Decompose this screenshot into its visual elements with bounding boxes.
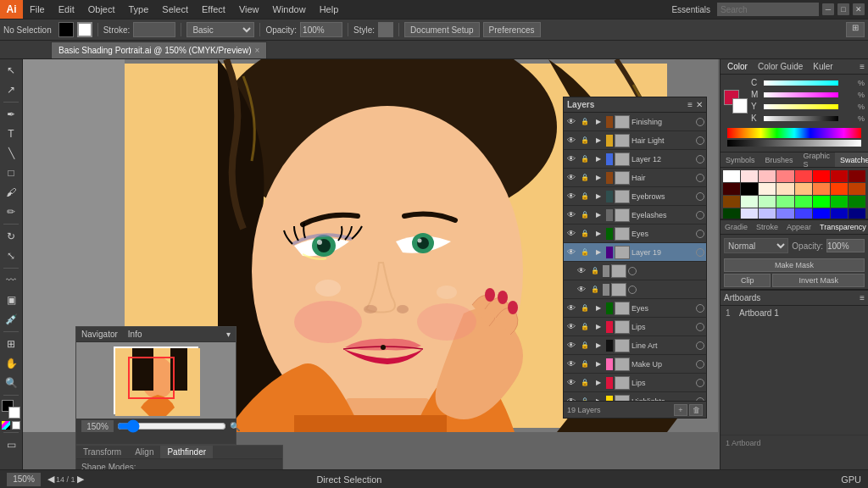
invert-mask-btn[interactable]: Invert Mask — [772, 274, 865, 287]
swatch-cell[interactable] — [776, 196, 793, 208]
layer-item[interactable]: 👁 🔒 ▶ Make Up — [564, 355, 706, 374]
swatch-cell[interactable] — [723, 183, 740, 195]
brushes-tab[interactable]: Brushes — [760, 152, 798, 167]
menu-select[interactable]: Select — [155, 0, 195, 19]
swatch-cell[interactable] — [759, 208, 776, 219]
search-input[interactable] — [717, 3, 819, 16]
layer-target-circle[interactable] — [696, 155, 704, 164]
layer-target-circle[interactable] — [696, 118, 704, 126]
layer-lock-icon[interactable]: 🔒 — [579, 302, 591, 314]
clip-btn[interactable]: Clip — [724, 274, 771, 287]
layer-item[interactable]: 👁 🔒 ▶ Eyes — [564, 299, 706, 318]
swatch-cell[interactable] — [795, 196, 812, 208]
delete-layer-btn[interactable]: 🗑 — [689, 404, 703, 416]
layer-visibility-icon[interactable]: 👁 — [565, 247, 577, 258]
nav-zoom-slider[interactable] — [117, 423, 226, 430]
swatch-cell[interactable] — [813, 196, 830, 208]
layer-lock-icon[interactable]: 🔒 — [579, 247, 591, 258]
menu-file[interactable]: File — [23, 0, 52, 19]
rect-tool[interactable]: □ — [2, 164, 20, 182]
swatch-cell[interactable] — [831, 208, 848, 219]
zoom-tool[interactable]: 🔍 — [2, 374, 20, 392]
layer-item[interactable]: 👁 🔒 ▶ Hair — [564, 169, 706, 187]
layer-target-circle[interactable] — [696, 192, 704, 201]
layer-item[interactable]: 👁 🔒 ▶ Lips — [564, 374, 706, 392]
layer-item[interactable]: 👁 🔒 ▶ Highlights — [564, 392, 706, 401]
layer-expand-icon[interactable]: ▶ — [593, 358, 604, 370]
layer-visibility-icon[interactable]: 👁 — [565, 358, 577, 370]
layer-item[interactable]: 👁 🔒 ▶ Eyebrows — [564, 187, 706, 206]
layer-target-circle[interactable] — [696, 360, 704, 369]
pencil-tool[interactable]: ✏ — [2, 202, 20, 221]
graphic-styles-tab[interactable]: Graphic S — [798, 152, 836, 167]
swatch-cell[interactable] — [795, 170, 812, 182]
tab-close-button[interactable]: × — [254, 46, 259, 55]
gradient-tab[interactable]: Gradie — [721, 220, 752, 234]
layer-expand-icon[interactable]: ▶ — [593, 209, 604, 221]
layer-target-circle[interactable] — [696, 304, 704, 313]
layer-target-circle[interactable] — [696, 379, 704, 387]
nav-collapse[interactable]: ▾ — [226, 330, 231, 339]
layer-lock-icon[interactable]: 🔒 — [579, 209, 591, 221]
layer-target-circle[interactable] — [696, 323, 704, 331]
screen-mode-btn[interactable]: ▭ — [2, 435, 20, 454]
layer-item[interactable]: 👁 🔒 ▶ Finishing — [564, 113, 706, 131]
layer-visibility-icon[interactable]: 👁 — [565, 116, 577, 128]
menu-object[interactable]: Object — [81, 0, 122, 19]
info-tab[interactable]: Info — [128, 330, 142, 339]
layer-item[interactable]: 👁 🔒 — [564, 280, 706, 299]
layers-close-btn[interactable]: ✕ — [696, 100, 703, 109]
layer-visibility-icon[interactable]: 👁 — [565, 228, 577, 240]
swatch-cell[interactable] — [813, 208, 830, 219]
stroke-swatch[interactable] — [77, 22, 92, 37]
layer-lock-icon[interactable]: 🔒 — [579, 228, 591, 240]
nav-zoom-input[interactable] — [81, 420, 114, 432]
swatch-cell[interactable] — [813, 170, 830, 182]
swatch-cell[interactable] — [831, 170, 848, 182]
page-prev-btn[interactable]: ◀ — [47, 474, 54, 485]
layer-expand-icon[interactable]: ▶ — [593, 302, 604, 314]
layer-lock-icon[interactable]: 🔒 — [579, 191, 591, 202]
layer-item[interactable]: 👁 🔒 — [564, 262, 706, 280]
arrange-button[interactable]: ⊞ — [846, 22, 865, 37]
swatch-cell[interactable] — [849, 170, 865, 182]
layer-lock-icon[interactable]: 🔒 — [579, 340, 591, 352]
menu-edit[interactable]: Edit — [52, 0, 81, 19]
warp-tool[interactable]: 〰 — [2, 271, 20, 290]
document-tab[interactable]: Basic Shading Portrait.ai @ 150% (CMYK/P… — [51, 42, 267, 58]
swatch-cell[interactable] — [776, 208, 793, 219]
swatch-cell[interactable] — [741, 196, 758, 208]
layer-lock-icon[interactable]: 🔒 — [579, 358, 591, 370]
layer-item[interactable]: 👁 🔒 ▶ Line Art — [564, 336, 706, 355]
swatch-cell[interactable] — [776, 170, 793, 182]
layer-lock-icon[interactable]: 🔒 — [589, 284, 601, 296]
new-layer-btn[interactable]: + — [674, 404, 687, 416]
layer-visibility-icon[interactable]: 👁 — [565, 340, 577, 352]
swatch-cell[interactable] — [741, 208, 758, 219]
color-guide-tab[interactable]: Color Guide — [754, 62, 806, 71]
preferences-button[interactable]: Preferences — [483, 22, 541, 37]
swatch-cell[interactable] — [849, 183, 865, 195]
swatch-cell[interactable] — [776, 183, 793, 195]
layer-target-circle[interactable] — [696, 341, 704, 350]
type-tool[interactable]: T — [2, 125, 20, 143]
layer-expand-icon[interactable]: ▶ — [593, 135, 604, 147]
menu-window[interactable]: Window — [266, 0, 313, 19]
layer-visibility-icon[interactable]: 👁 — [565, 135, 577, 147]
menu-help[interactable]: Help — [313, 0, 346, 19]
bw-bar[interactable] — [727, 140, 861, 147]
paintbrush-tool[interactable]: 🖌 — [2, 183, 20, 202]
artboard-tool[interactable]: ⊞ — [2, 335, 20, 353]
hand-tool[interactable]: ✋ — [2, 354, 20, 373]
select-tool[interactable]: ↖ — [2, 61, 20, 80]
swatch-cell[interactable] — [759, 196, 776, 208]
layer-visibility-icon[interactable]: 👁 — [565, 377, 577, 389]
swatch-cell[interactable] — [813, 183, 830, 195]
menu-type[interactable]: Type — [122, 0, 156, 19]
swatch-cell[interactable] — [741, 170, 758, 182]
layer-visibility-icon[interactable]: 👁 — [576, 284, 587, 296]
layer-target-circle[interactable] — [696, 230, 704, 238]
layer-item[interactable]: 👁 🔒 ▶ Layer 12 — [564, 150, 706, 169]
color-mode-btn[interactable] — [2, 421, 10, 430]
swatch-cell[interactable] — [741, 183, 758, 195]
